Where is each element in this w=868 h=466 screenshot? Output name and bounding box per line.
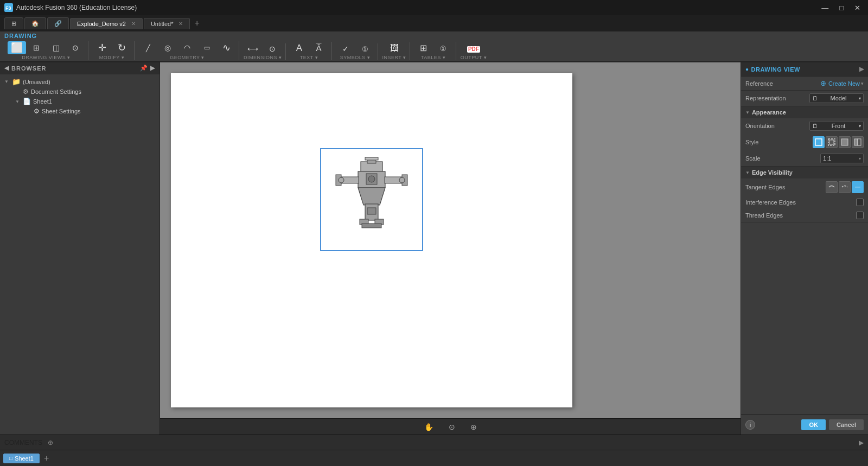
rect-button[interactable]: ▭ (197, 43, 216, 53)
comments-expand-icon[interactable]: ▶ (859, 439, 864, 446)
browser-item-root[interactable]: ▼ 📁 (Unsaved) (0, 76, 159, 87)
center-column: ✋ ⊙ ⊕ (160, 62, 741, 435)
dim2-button[interactable]: ⊙ (263, 43, 282, 54)
orientation-dropdown[interactable]: 🗒 Front ▾ (809, 121, 864, 131)
tab-add-button[interactable]: + (191, 18, 202, 28)
create-new-button[interactable]: ⊕ Create New (820, 79, 860, 87)
content-row: ◀ BROWSER 📌 ▶ ▼ 📁 (Unsaved) ▶ ⚙ (0, 62, 868, 435)
pan-button[interactable]: ✋ (421, 422, 437, 432)
tab-explode-close[interactable]: ✕ (131, 21, 136, 27)
comments-add-icon[interactable]: ⊕ (48, 439, 53, 446)
browser-item-sheet-settings[interactable]: ▶ ⚙ Sheet Settings (0, 106, 159, 116)
tab-untitled-label: Untitled* (151, 21, 174, 27)
tangent-btn-2[interactable] (839, 181, 851, 193)
browser-item-sheet1[interactable]: ▼ 📄 Sheet1 (0, 97, 159, 106)
appearance-header[interactable]: ▼ Appearance (741, 106, 868, 118)
sheet-settings-icon: ⚙ (34, 107, 40, 115)
browser-back-icon[interactable]: ◀ (4, 65, 9, 72)
ok-button[interactable]: OK (801, 419, 826, 430)
browser-item-doc-settings[interactable]: ▶ ⚙ Document Settings (0, 87, 159, 97)
canvas-wrapper[interactable] (160, 62, 741, 418)
svg-rect-25 (858, 139, 861, 145)
spline-button[interactable]: ∿ (217, 41, 235, 54)
bottom-toolbar: ✋ ⊙ ⊕ (160, 418, 741, 435)
tangent-btn-1[interactable] (826, 181, 838, 193)
ribbon-group-drawing-views: ⬜ ⊞ ◫ ⊙ DRAWING VIEWS ▾ (4, 41, 88, 60)
tab-explode-demo[interactable]: Explode_Demo v2 ✕ (70, 18, 143, 29)
minimize-button[interactable]: — (818, 3, 832, 13)
sym1-button[interactable]: ✓ (336, 43, 355, 54)
close-button[interactable]: ✕ (851, 3, 864, 13)
cancel-button[interactable]: Cancel (829, 419, 864, 430)
svg-rect-20 (815, 139, 822, 145)
app-icon: F3 (4, 3, 13, 12)
dim2-icon: ⊙ (269, 45, 276, 53)
sheet1-icon: 📄 (23, 98, 31, 105)
spline-icon: ∿ (222, 43, 231, 53)
representation-dropdown[interactable]: 🗒 Model ▾ (809, 93, 864, 103)
interference-edges-checkbox[interactable] (856, 199, 864, 206)
dim1-button[interactable]: ⟷ (244, 43, 262, 54)
tab-home[interactable]: 🏠 (24, 17, 46, 29)
insert-button[interactable]: 🖼 (385, 42, 404, 54)
detail-view-button[interactable]: ⊙ (66, 42, 85, 53)
circle-button[interactable]: ◎ (158, 42, 177, 53)
move-button[interactable]: ✛ (93, 41, 111, 54)
edge-visibility-header[interactable]: ▼ Edge Visibility (741, 167, 868, 178)
scale-dropdown[interactable]: 1:1 ▾ (820, 154, 864, 163)
style-shaded-edges-button[interactable] (852, 136, 864, 148)
main-container: F3 Autodesk Fusion 360 (Education Licens… (0, 0, 868, 466)
pdf-button[interactable]: PDF (464, 44, 483, 54)
tables-label: TABLES ▾ (421, 55, 445, 60)
table-button[interactable]: ⊞ (414, 42, 433, 54)
orientation-label: Orientation (745, 123, 775, 129)
representation-value: Model (831, 95, 847, 101)
text-button[interactable]: A (290, 42, 309, 54)
root-icon: 📁 (12, 78, 21, 86)
table2-button[interactable]: ① (434, 43, 452, 54)
maximize-button[interactable]: □ (836, 3, 847, 13)
tab-untitled[interactable]: Untitled* ✕ (144, 18, 190, 29)
browser-expand-icon[interactable]: ▶ (150, 65, 155, 72)
arc-button[interactable]: ◠ (178, 42, 196, 53)
style-shaded-button[interactable] (839, 136, 851, 148)
section-view-button[interactable]: ◫ (47, 42, 65, 53)
text2-button[interactable]: Ā (310, 42, 328, 54)
style-visible-edges-button[interactable] (813, 136, 825, 148)
tab-grid[interactable]: ⊞ (4, 17, 23, 29)
circle-icon: ◎ (164, 44, 171, 52)
scale-row: Scale 1:1 ▾ (741, 151, 868, 166)
panel-expand-icon[interactable]: ▶ (859, 66, 864, 73)
tangent-btn-3[interactable] (852, 181, 864, 193)
ribbon-group-symbols: ✓ ① SYMBOLS ▾ (333, 43, 378, 60)
reference-value: ⊕ Create New ▾ (820, 79, 864, 87)
tab-explode-label: Explode_Demo v2 (77, 21, 126, 27)
info-button[interactable]: i (745, 420, 755, 430)
sheet-tabs-bar: □ Sheet1 + (0, 450, 868, 466)
sheet-tab-sheet1[interactable]: □ Sheet1 (3, 454, 40, 463)
tab-link[interactable]: 🔗 (47, 17, 69, 29)
projected-view-button[interactable]: ⊞ (27, 42, 46, 53)
style-hidden-edges-button[interactable] (826, 136, 838, 148)
drawing-content (171, 73, 572, 407)
sheet-add-button[interactable]: + (42, 454, 51, 463)
thread-edges-checkbox[interactable] (856, 212, 864, 219)
scale-chevron: ▾ (859, 156, 861, 161)
svg-rect-23 (841, 139, 848, 145)
style-row: Style (741, 133, 868, 151)
rotate-button[interactable]: ↻ (112, 41, 131, 54)
orientation-icon: 🗒 (812, 123, 818, 129)
browser-pin-icon[interactable]: 📌 (140, 65, 148, 72)
tab-untitled-close[interactable]: ✕ (178, 21, 183, 27)
thread-edges-label: Thread Edges (745, 212, 783, 219)
base-view-button[interactable]: ⬜ (8, 41, 26, 54)
orbit-button[interactable]: ⊙ (445, 422, 458, 432)
zoom-button[interactable]: ⊕ (467, 422, 480, 432)
drawing-view-box[interactable] (320, 148, 423, 251)
sym2-button[interactable]: ① (356, 44, 374, 54)
ribbon-group-geometry: ╱ ◎ ◠ ▭ ∿ GEOMETRY ▾ (136, 41, 239, 60)
create-new-label: Create New (828, 80, 860, 87)
table-icon: ⊞ (420, 44, 427, 53)
svg-rect-24 (854, 139, 858, 145)
line-button[interactable]: ╱ (139, 43, 157, 53)
